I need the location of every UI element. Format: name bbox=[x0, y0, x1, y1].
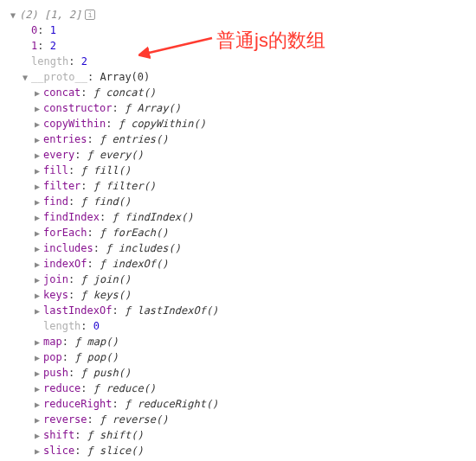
function-icon: ƒ bbox=[125, 396, 131, 412]
caret-right-icon[interactable]: ▶ bbox=[33, 133, 42, 146]
caret-right-icon[interactable]: ▶ bbox=[33, 211, 42, 224]
method-name: keys() bbox=[93, 287, 131, 303]
proto-method-row[interactable]: ▶find: ƒ find() bbox=[9, 194, 467, 209]
method-name: pop() bbox=[87, 349, 119, 365]
proto-method-row[interactable]: ▶push: ƒ push() bbox=[9, 365, 467, 381]
caret-right-icon[interactable]: ▶ bbox=[33, 367, 42, 380]
caret-right-icon[interactable]: ▶ bbox=[33, 382, 42, 395]
proto-method-row[interactable]: ▶reduce: ƒ reduce() bbox=[9, 381, 467, 396]
length-value: 2 bbox=[81, 54, 87, 69]
caret-right-icon[interactable]: ▶ bbox=[33, 336, 42, 349]
item-key: 0 bbox=[31, 22, 37, 38]
proto-method-row[interactable]: ▶fill: ƒ fill() bbox=[9, 163, 467, 178]
caret-right-icon[interactable]: ▶ bbox=[33, 351, 42, 364]
proto-method-row[interactable]: ▶lastIndexOf: ƒ lastIndexOf() bbox=[9, 303, 467, 318]
proto-method-row[interactable]: ▶slice: ƒ slice() bbox=[9, 443, 467, 458]
function-icon: ƒ bbox=[112, 209, 118, 225]
caret-right-icon[interactable]: ▶ bbox=[33, 445, 42, 458]
proto-method-row[interactable]: ▶entries: ƒ entries() bbox=[9, 131, 467, 147]
function-icon: ƒ bbox=[74, 349, 80, 365]
method-name: indexOf() bbox=[113, 256, 169, 272]
method-key: push bbox=[43, 365, 68, 381]
function-icon: ƒ bbox=[80, 163, 87, 178]
function-icon: ƒ bbox=[100, 225, 106, 240]
proto-value: Array(0) bbox=[100, 69, 150, 85]
caret-right-icon[interactable]: ▶ bbox=[33, 273, 42, 286]
root-row[interactable]: ▼ (2) [1, 2] i bbox=[9, 7, 467, 22]
caret-right-icon[interactable]: ▶ bbox=[33, 102, 42, 115]
caret-right-icon[interactable]: ▶ bbox=[33, 149, 42, 162]
function-icon: ƒ bbox=[119, 116, 125, 131]
method-name: entries() bbox=[113, 131, 169, 147]
item-key: 1 bbox=[31, 38, 37, 54]
caret-down-icon[interactable]: ▼ bbox=[21, 71, 29, 84]
method-name: findIndex() bbox=[125, 209, 193, 225]
caret-right-icon[interactable]: ▶ bbox=[33, 413, 42, 426]
caret-right-icon[interactable]: ▶ bbox=[33, 227, 42, 240]
proto-method-row[interactable]: ▶findIndex: ƒ findIndex() bbox=[9, 209, 467, 225]
proto-method-row[interactable]: ▶includes: ƒ includes() bbox=[9, 240, 467, 256]
function-icon: ƒ bbox=[80, 194, 87, 209]
proto-method-row[interactable]: ▶concat: ƒ concat() bbox=[9, 85, 467, 100]
caret-right-icon[interactable]: ▶ bbox=[33, 429, 42, 442]
proto-method-row[interactable]: ▶keys: ƒ keys() bbox=[9, 287, 467, 303]
caret-right-icon[interactable]: ▶ bbox=[33, 398, 42, 411]
method-key: filter bbox=[43, 178, 80, 194]
function-icon: ƒ bbox=[87, 147, 93, 163]
method-name: reverse() bbox=[113, 412, 169, 427]
item-value: 2 bbox=[50, 38, 56, 54]
method-key: forEach bbox=[43, 225, 87, 240]
method-key: shift bbox=[43, 427, 74, 443]
method-name: lastIndexOf() bbox=[137, 303, 218, 318]
method-key: find bbox=[43, 194, 68, 209]
caret-down-icon[interactable]: ▼ bbox=[9, 9, 17, 22]
method-key: includes bbox=[43, 240, 93, 256]
method-key: constructor bbox=[43, 100, 112, 116]
method-key: lastIndexOf bbox=[43, 303, 112, 318]
function-icon: ƒ bbox=[125, 100, 131, 116]
proto-method-row[interactable]: ▶reverse: ƒ reverse() bbox=[9, 412, 467, 427]
proto-method-row[interactable]: ▶constructor: ƒ Array() bbox=[9, 100, 467, 116]
caret-right-icon[interactable]: ▶ bbox=[33, 180, 42, 193]
caret-right-icon[interactable]: ▶ bbox=[33, 195, 42, 208]
function-icon: ƒ bbox=[80, 272, 87, 287]
method-key: join bbox=[43, 272, 68, 287]
info-icon[interactable]: i bbox=[85, 10, 95, 20]
function-icon: ƒ bbox=[93, 85, 100, 100]
proto-method-row[interactable]: ▶indexOf: ƒ indexOf() bbox=[9, 256, 467, 272]
proto-row[interactable]: ▼ __proto__ : Array(0) bbox=[9, 69, 467, 85]
root-preview: [1, 2] bbox=[44, 7, 81, 22]
function-icon: ƒ bbox=[74, 334, 80, 349]
root-len: (2) bbox=[19, 7, 38, 22]
caret-right-icon[interactable]: ▶ bbox=[33, 258, 42, 271]
console-tree: 普通js的数组 ▼ (2) [1, 2] i ▶0: 1▶1: 2 ▶ leng… bbox=[9, 7, 467, 461]
proto-method-row[interactable]: ▶copyWithin: ƒ copyWithin() bbox=[9, 116, 467, 131]
function-icon: ƒ bbox=[80, 365, 87, 381]
caret-right-icon[interactable]: ▶ bbox=[33, 304, 42, 317]
method-name: forEach() bbox=[113, 225, 169, 240]
proto-method-row[interactable]: ▶reduceRight: ƒ reduceRight() bbox=[9, 396, 467, 412]
proto-method-row[interactable]: ▶filter: ƒ filter() bbox=[9, 178, 467, 194]
method-key: indexOf bbox=[43, 256, 87, 272]
proto-method-row[interactable]: ▶map: ƒ map() bbox=[9, 334, 467, 349]
method-name: filter() bbox=[106, 178, 156, 194]
proto-method-row[interactable]: ▶join: ƒ join() bbox=[9, 272, 467, 287]
proto-method-row[interactable]: ▶every: ƒ every() bbox=[9, 147, 467, 163]
caret-right-icon[interactable]: ▶ bbox=[33, 118, 42, 131]
method-key: reverse bbox=[43, 412, 87, 427]
proto-length-value: 0 bbox=[93, 318, 100, 334]
caret-right-icon[interactable]: ▶ bbox=[33, 86, 42, 99]
function-icon: ƒ bbox=[106, 240, 112, 256]
caret-right-icon[interactable]: ▶ bbox=[33, 242, 42, 255]
function-icon: ƒ bbox=[100, 256, 106, 272]
function-icon: ƒ bbox=[87, 443, 93, 458]
method-key: map bbox=[43, 334, 62, 349]
method-name: copyWithin() bbox=[131, 116, 206, 131]
proto-method-row[interactable]: ▶forEach: ƒ forEach() bbox=[9, 225, 467, 240]
caret-right-icon[interactable]: ▶ bbox=[33, 289, 42, 302]
proto-length-row: ▶ length : 0 bbox=[9, 318, 467, 334]
proto-method-row[interactable]: ▶shift: ƒ shift() bbox=[9, 427, 467, 443]
proto-method-row[interactable]: ▶pop: ƒ pop() bbox=[9, 349, 467, 365]
method-key: concat bbox=[43, 85, 80, 100]
caret-right-icon[interactable]: ▶ bbox=[33, 164, 42, 177]
